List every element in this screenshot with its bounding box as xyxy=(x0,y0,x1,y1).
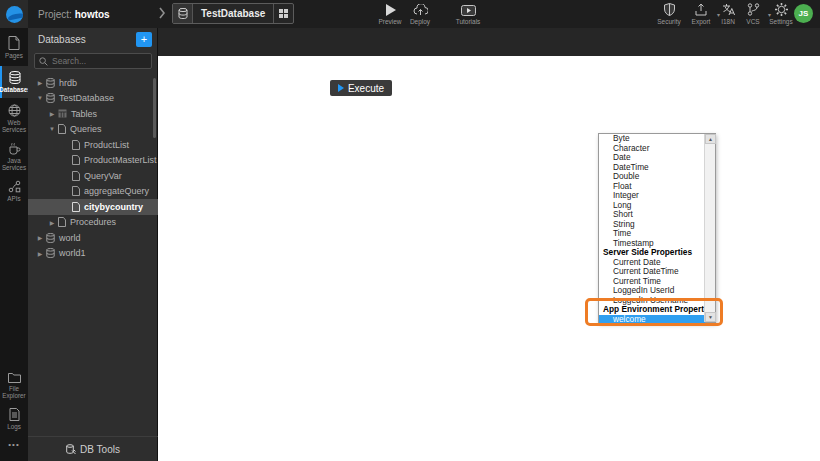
pages-icon xyxy=(8,36,20,50)
folder-icon xyxy=(8,372,21,383)
dropdown-option[interactable]: Short xyxy=(599,210,705,220)
dropdown-option[interactable]: Byte xyxy=(599,134,705,144)
export-button[interactable]: Export ▾ xyxy=(684,3,718,25)
sidebar-item-databases[interactable]: Databases xyxy=(0,66,28,98)
tree-item-queries[interactable]: ▼Queries xyxy=(28,122,158,138)
db-tab-bar xyxy=(158,28,820,56)
dropdown-option[interactable]: Double xyxy=(599,172,705,182)
dropdown-option[interactable]: Current DateTime xyxy=(599,267,705,277)
user-avatar[interactable]: JS xyxy=(794,4,813,23)
app-logo[interactable] xyxy=(0,0,28,28)
databases-panel: Databases + ▶hrdb ▼TestDatabase ▶Tables … xyxy=(28,28,158,461)
db-tools-icon xyxy=(66,444,76,455)
dropdown-option[interactable]: Timestamp xyxy=(599,239,705,249)
play-icon xyxy=(338,84,344,92)
tree-item-world[interactable]: ▶world xyxy=(28,230,158,246)
chevron-right-icon xyxy=(158,7,166,19)
search-box[interactable] xyxy=(34,53,152,69)
scroll-down-button[interactable]: ▼ xyxy=(705,312,716,322)
query-workspace xyxy=(158,56,820,461)
dropdown-option[interactable]: Float xyxy=(599,182,705,192)
sidebar-item-web-services[interactable]: Web Services xyxy=(0,104,28,133)
execute-button[interactable]: Execute xyxy=(330,80,392,96)
database-icon xyxy=(173,4,193,23)
scroll-up-button[interactable]: ▲ xyxy=(705,134,716,144)
wavemaker-logo-icon xyxy=(6,6,23,23)
testdatabase-tab[interactable]: TestDatabase xyxy=(172,3,294,24)
connector-icon xyxy=(8,180,21,193)
sidebar-item-java-services[interactable]: Java Services xyxy=(0,142,28,171)
dropdown-group-app-environment: App Environment Properties xyxy=(599,305,705,315)
dropdown-option[interactable]: Current Time xyxy=(599,277,705,287)
cloud-up-icon xyxy=(402,3,438,16)
sidebar-item-logs[interactable]: Logs xyxy=(0,408,28,430)
search-icon xyxy=(39,57,48,66)
video-icon xyxy=(448,3,488,16)
gear-icon xyxy=(764,3,798,16)
dropdown-option-welcome[interactable]: welcome xyxy=(599,315,705,325)
dropdown-option[interactable]: Long xyxy=(599,201,705,211)
export-icon xyxy=(684,3,718,16)
project-name: howtos xyxy=(75,9,110,20)
left-nav-rail: Pages Databases Web Services Java Servic… xyxy=(0,28,28,461)
sidebar-item-file-explorer[interactable]: File Explorer xyxy=(0,372,28,399)
coffee-cup-icon xyxy=(8,142,21,155)
dropdown-option[interactable]: String xyxy=(599,220,705,230)
database-icon xyxy=(9,71,21,84)
tree-item-productlist[interactable]: ProductList xyxy=(28,137,158,153)
tree-item-world1[interactable]: ▶world1 xyxy=(28,246,158,262)
tree-item-testdatabase[interactable]: ▼TestDatabase xyxy=(28,91,158,107)
search-input[interactable] xyxy=(52,56,147,66)
add-database-button[interactable]: + xyxy=(136,32,152,47)
settings-button[interactable]: Settings ▾ xyxy=(764,3,798,25)
deploy-button[interactable]: Deploy xyxy=(402,3,438,25)
globe-icon xyxy=(8,104,21,117)
tree-item-queryvar[interactable]: QueryVar xyxy=(28,168,158,184)
ellipsis-icon: ••• xyxy=(8,440,19,449)
panel-title: Databases xyxy=(38,34,86,45)
db-tools-button[interactable]: DB Tools xyxy=(28,436,158,461)
dropdown-option[interactable]: LoggedIn Username xyxy=(599,296,705,306)
dropdown-group-server-side: Server Side Properties xyxy=(599,248,705,258)
dropdown-scrollbar[interactable]: ▲ ▼ xyxy=(704,134,715,322)
top-bar: Project: howtos TestDatabase Preview Dep… xyxy=(0,0,820,28)
panel-scrollbar[interactable] xyxy=(153,78,156,138)
dropdown-option[interactable]: Character xyxy=(599,144,705,154)
grid-icon[interactable] xyxy=(273,4,293,23)
dropdown-option[interactable]: Current Date xyxy=(599,258,705,268)
dropdown-option[interactable]: Date xyxy=(599,153,705,163)
sidebar-item-pages[interactable]: Pages xyxy=(0,36,28,59)
tree-item-citybycountry[interactable]: citybycountry xyxy=(28,199,158,215)
project-label: Project: howtos xyxy=(38,9,110,20)
sidebar-item-apis[interactable]: APIs xyxy=(0,180,28,202)
dropdown-option[interactable]: LoggedIn UserId xyxy=(599,286,705,296)
database-tree: ▶hrdb ▼TestDatabase ▶Tables ▼Queries Pro… xyxy=(28,75,158,261)
tree-item-aggregatequery[interactable]: aggregateQuery xyxy=(28,184,158,200)
logs-icon xyxy=(9,408,20,421)
tree-item-procedures[interactable]: ▶Procedures xyxy=(28,215,158,231)
security-button[interactable]: Security xyxy=(652,3,686,25)
shield-icon xyxy=(652,3,686,16)
more-options-button[interactable]: ••• xyxy=(0,440,28,449)
dropdown-option[interactable]: Integer xyxy=(599,191,705,201)
type-dropdown-list: Byte Character Date DateTime Double Floa… xyxy=(598,133,716,323)
dropdown-option[interactable]: DateTime xyxy=(599,163,705,173)
db-tab-label: TestDatabase xyxy=(193,4,273,23)
tree-item-hrdb[interactable]: ▶hrdb xyxy=(28,75,158,91)
tutorials-button[interactable]: Tutorials xyxy=(448,3,488,25)
tree-item-tables[interactable]: ▶Tables xyxy=(28,106,158,122)
tree-item-productmasterlist[interactable]: ProductMasterList xyxy=(28,153,158,169)
dropdown-option[interactable]: Time xyxy=(599,229,705,239)
